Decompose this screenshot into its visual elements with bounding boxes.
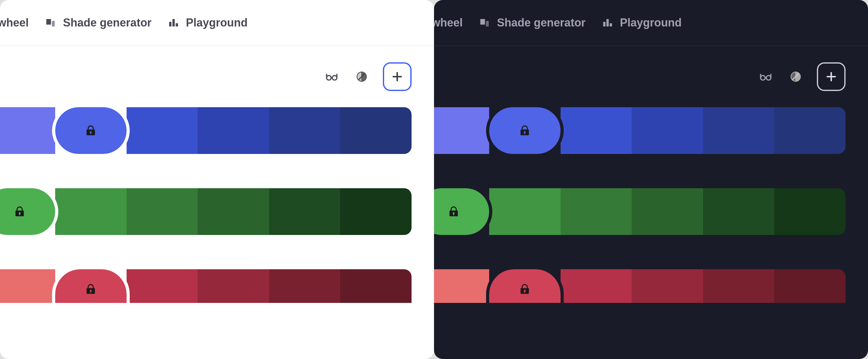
svg-rect-12 (486, 21, 489, 27)
contrast-icon (355, 70, 368, 83)
tab-playground[interactable]: Playground (168, 16, 248, 29)
color-swatch[interactable] (632, 188, 703, 235)
playground-icon (602, 17, 613, 28)
glasses-icon (759, 70, 773, 84)
color-swatch-locked[interactable] (55, 107, 127, 154)
glasses-button[interactable] (323, 68, 340, 86)
svg-point-16 (761, 75, 766, 80)
color-swatch-locked[interactable] (0, 188, 55, 235)
svg-point-17 (766, 75, 771, 80)
lock-icon (519, 124, 531, 137)
color-swatch[interactable] (774, 188, 845, 235)
lock-icon (519, 283, 531, 295)
color-swatch[interactable] (269, 269, 340, 303)
glasses-button[interactable] (757, 68, 774, 86)
lock-icon (85, 124, 97, 137)
color-swatch[interactable] (269, 188, 340, 235)
palette-row (434, 188, 845, 235)
svg-rect-13 (603, 22, 606, 27)
svg-rect-0 (46, 19, 51, 25)
svg-rect-3 (173, 19, 175, 27)
color-swatch[interactable] (340, 107, 411, 154)
palette-row (0, 269, 411, 303)
add-button[interactable] (383, 62, 411, 91)
svg-rect-11 (480, 19, 485, 25)
palette-list (434, 107, 868, 303)
tab-label: Playground (620, 16, 682, 29)
light-theme-panel: lor wheel Shade generator Playground (0, 0, 434, 359)
tab-label: lor wheel (0, 16, 29, 29)
color-swatch[interactable] (561, 107, 632, 154)
color-swatch[interactable] (489, 188, 561, 235)
color-swatch[interactable] (340, 188, 411, 235)
palette-row (434, 269, 845, 303)
plus-icon (390, 70, 404, 84)
tab-label: Shade generator (497, 16, 586, 29)
toolbar (0, 46, 434, 107)
color-swatch[interactable] (127, 107, 198, 154)
tab-shade-generator[interactable]: Shade generator (479, 16, 586, 29)
color-swatch[interactable] (340, 269, 411, 303)
color-swatch[interactable] (198, 107, 269, 154)
color-swatch[interactable] (632, 107, 703, 154)
palette-row (0, 107, 411, 154)
plus-icon (824, 70, 838, 84)
color-swatch[interactable] (198, 269, 269, 303)
color-swatch[interactable] (774, 107, 845, 154)
tab-bar: lor wheel Shade generator Playground (434, 0, 868, 46)
svg-rect-15 (610, 23, 612, 27)
color-swatch-locked[interactable] (55, 269, 127, 303)
dark-theme-panel: lor wheel Shade generator Playground (434, 0, 868, 359)
playground-icon (168, 17, 179, 28)
svg-point-5 (327, 75, 332, 80)
tab-label: lor wheel (434, 16, 463, 29)
color-swatch-locked[interactable] (434, 188, 489, 235)
color-swatch[interactable] (434, 269, 489, 303)
color-swatch[interactable] (632, 269, 703, 303)
shade-generator-icon (45, 17, 56, 28)
color-swatch[interactable] (127, 188, 198, 235)
add-button[interactable] (817, 62, 845, 91)
color-swatch[interactable] (561, 188, 632, 235)
palette-list (0, 107, 434, 303)
color-swatch[interactable] (127, 269, 198, 303)
tab-shade-generator[interactable]: Shade generator (45, 16, 152, 29)
lock-icon (447, 205, 460, 218)
svg-rect-2 (169, 22, 172, 27)
palette-row (434, 107, 845, 154)
color-swatch[interactable] (0, 269, 55, 303)
tab-playground[interactable]: Playground (602, 16, 682, 29)
color-swatch[interactable] (0, 107, 55, 154)
tab-bar: lor wheel Shade generator Playground (0, 0, 434, 46)
color-swatch[interactable] (434, 107, 489, 154)
tab-color-wheel[interactable]: lor wheel (434, 16, 463, 29)
color-swatch[interactable] (703, 188, 774, 235)
color-swatch[interactable] (703, 107, 774, 154)
svg-rect-14 (607, 19, 609, 27)
glasses-icon (325, 70, 339, 84)
contrast-icon (789, 70, 802, 83)
color-swatch[interactable] (198, 188, 269, 235)
color-swatch[interactable] (55, 188, 127, 235)
color-swatch[interactable] (269, 107, 340, 154)
lock-icon (85, 283, 97, 295)
color-swatch-locked[interactable] (489, 269, 561, 303)
tab-label: Shade generator (63, 16, 152, 29)
tab-label: Playground (186, 16, 248, 29)
contrast-button[interactable] (787, 68, 804, 86)
contrast-button[interactable] (353, 68, 370, 86)
svg-point-6 (332, 75, 337, 80)
palette-row (0, 188, 411, 235)
color-swatch-locked[interactable] (489, 107, 561, 154)
tab-color-wheel[interactable]: lor wheel (0, 16, 29, 29)
color-swatch[interactable] (703, 269, 774, 303)
shade-generator-icon (479, 17, 490, 28)
lock-icon (13, 205, 26, 218)
toolbar (434, 46, 868, 107)
svg-rect-1 (52, 21, 55, 27)
svg-rect-4 (176, 23, 178, 27)
color-swatch[interactable] (774, 269, 845, 303)
color-swatch[interactable] (561, 269, 632, 303)
